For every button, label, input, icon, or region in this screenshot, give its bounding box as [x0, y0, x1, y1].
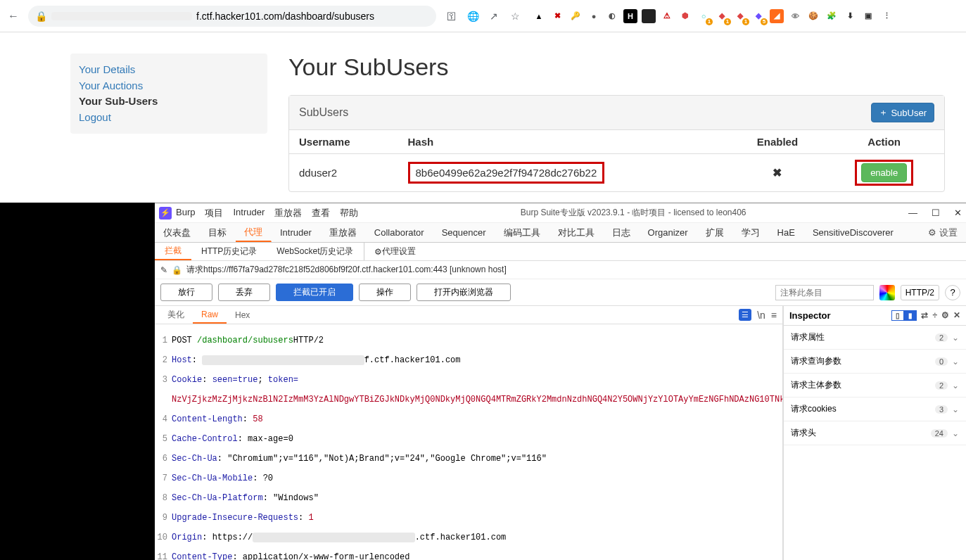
subtab-httphistory[interactable]: HTTP历史记录 — [191, 243, 267, 260]
hamburger-icon[interactable]: ≡ — [771, 310, 777, 321]
tab-sequencer[interactable]: Sequencer — [433, 223, 495, 242]
sidebar: Your Details Your Auctions Your Sub-User… — [70, 53, 267, 134]
gear-icon: ⚙ — [374, 247, 382, 257]
sidebar-your-auctions[interactable]: Your Auctions — [79, 78, 259, 94]
menu-burp[interactable]: Burp — [176, 207, 195, 219]
maximize-button[interactable]: ☐ — [932, 208, 940, 218]
menu-help[interactable]: 帮助 — [340, 207, 358, 219]
burp-logo-icon: ⚡ — [159, 207, 172, 219]
ext-icon[interactable]: ⬢ — [678, 9, 692, 23]
sidebar-your-details[interactable]: Your Details — [79, 62, 259, 78]
gear-icon[interactable]: ⚙ — [941, 310, 949, 321]
menu-intruder[interactable]: Intruder — [233, 207, 265, 219]
editor-tab-raw[interactable]: Raw — [193, 306, 227, 324]
ext-icon[interactable]: ◆1 — [715, 9, 729, 23]
tab-comparer[interactable]: 对比工具 — [549, 223, 604, 242]
menu-project[interactable]: 项目 — [205, 207, 223, 219]
sidebar-logout[interactable]: Logout — [79, 110, 259, 126]
editor-tab-hex[interactable]: Hex — [227, 306, 258, 324]
menu-icon[interactable]: ⋮ — [879, 9, 894, 23]
inspector-row-label: 请求cookies — [791, 403, 837, 415]
tab-dashboard[interactable]: 仪表盘 — [155, 223, 200, 242]
tab-sensitivediscoverer[interactable]: SensitiveDiscoverer — [804, 223, 903, 242]
close-icon[interactable]: ✕ — [953, 310, 960, 321]
inspector-request-attrs[interactable]: 请求属性 2⌄ — [784, 326, 966, 350]
ext-icon[interactable]: 🔑 — [568, 9, 583, 23]
enable-button[interactable]: enable — [861, 163, 907, 182]
inspector-layout-toggle[interactable]: ▯▮ — [891, 310, 917, 321]
inspector-row-count: 24 — [931, 429, 948, 438]
col-action: Action — [824, 130, 944, 154]
tab-proxy[interactable]: 代理 — [236, 223, 272, 242]
open-browser-button[interactable]: 打开内嵌浏览器 — [417, 284, 511, 301]
inspector-cookies[interactable]: 请求cookies 3⌄ — [784, 397, 966, 421]
chevron-down-icon: ⌄ — [952, 333, 959, 343]
intercept-toggle-button[interactable]: 拦截已开启 — [276, 284, 353, 301]
burp-settings-button[interactable]: ⚙设置 — [920, 223, 966, 242]
editor-tab-pretty[interactable]: 美化 — [159, 306, 193, 324]
inspector-headers[interactable]: 请求头 24⌄ — [784, 421, 966, 445]
ext-icon[interactable]: ◐ — [605, 9, 619, 23]
menu-view[interactable]: 查看 — [312, 207, 330, 219]
chevron-down-icon: ⌄ — [952, 428, 959, 438]
ext-icon[interactable] — [642, 9, 656, 23]
add-subuser-button[interactable]: ＋ SubUser — [871, 103, 934, 122]
comment-input[interactable] — [775, 285, 874, 300]
ext-icon[interactable]: ⚠ — [660, 9, 674, 23]
action-button[interactable]: 操作 — [359, 284, 411, 301]
bookmark-icon[interactable]: ☆ — [508, 9, 522, 23]
inspector-body-params[interactable]: 请求主体参数 2⌄ — [784, 374, 966, 397]
key-icon[interactable]: ⚿ — [445, 9, 459, 23]
proxy-settings-button[interactable]: ⚙ 代理设置 — [364, 243, 426, 260]
share-icon[interactable]: ↗ — [487, 9, 501, 23]
http-version-label[interactable]: HTTP/2 — [901, 285, 939, 300]
url-bar[interactable]: 🔒 f.ctf.hacker101.com/dashboard/subusers — [28, 6, 436, 27]
ext-icon[interactable]: ▲ — [532, 9, 546, 23]
ext-icon[interactable]: ○1 — [697, 9, 711, 23]
drop-button[interactable]: 丢弃 — [218, 284, 270, 301]
tab-extensions[interactable]: 扩展 — [697, 223, 733, 242]
subtab-intercept[interactable]: 拦截 — [155, 243, 191, 260]
pencil-icon[interactable]: ✎ — [160, 265, 167, 275]
extensions-icon[interactable]: 🧩 — [825, 9, 839, 23]
back-button[interactable]: ← — [6, 8, 21, 24]
ext-icon[interactable]: 🍪 — [806, 9, 820, 23]
tab-logger[interactable]: 日志 — [604, 223, 640, 242]
sidebar-your-subusers[interactable]: Your Sub-Users — [79, 94, 259, 110]
ext-icon[interactable]: 👁 — [788, 9, 802, 23]
tab-organizer[interactable]: Organizer — [640, 223, 697, 242]
editor-action-icon[interactable]: ☰ — [739, 309, 751, 321]
forward-button[interactable]: 放行 — [160, 284, 212, 301]
minimize-button[interactable]: — — [908, 208, 917, 218]
sidepanel-icon[interactable]: ▣ — [861, 9, 875, 23]
menu-repeater[interactable]: 重放器 — [274, 207, 302, 219]
ext-icon[interactable]: ● — [587, 9, 601, 23]
ext-icon[interactable]: ◢ — [770, 9, 784, 23]
tab-hae[interactable]: HaE — [769, 223, 804, 242]
request-editor: 美化 Raw Hex ☰ \n ≡ 1POST /dashboard/subus… — [155, 306, 783, 560]
download-icon[interactable]: ⬇ — [843, 9, 857, 23]
tab-collaborator[interactable]: Collaborator — [366, 223, 433, 242]
tab-target[interactable]: 目标 — [200, 223, 236, 242]
ext-icon[interactable]: ◆1 — [733, 9, 747, 23]
tab-repeater[interactable]: 重放器 — [321, 223, 366, 242]
extension-icons: ▲ ✖ 🔑 ● ◐ H ⚠ ⬢ ○1 ◆1 ◆1 ◆5 ◢ 👁 🍪 🧩 ⬇ ▣ … — [532, 9, 894, 23]
chevron-down-icon: ⌄ — [952, 381, 959, 390]
help-button[interactable]: ? — [945, 285, 960, 300]
close-button[interactable]: ✕ — [954, 208, 962, 218]
tab-decoder[interactable]: 编码工具 — [495, 223, 549, 242]
tab-intruder[interactable]: Intruder — [272, 223, 321, 242]
inspector-query-params[interactable]: 请求查询参数 0⌄ — [784, 350, 966, 374]
translate-icon[interactable]: 🌐 — [466, 9, 480, 23]
subtab-wshistory[interactable]: WebSocket历史记录 — [267, 243, 363, 260]
url-redacted — [51, 12, 192, 20]
inspector-icon[interactable]: ÷ — [932, 310, 937, 321]
ext-icon[interactable]: ◆5 — [751, 9, 765, 23]
raw-request-body[interactable]: 1POST /dashboard/subusersHTTP/2 2Host: x… — [155, 324, 782, 560]
ext-icon[interactable]: H — [623, 9, 637, 23]
newline-icon[interactable]: \n — [757, 310, 765, 321]
tab-learn[interactable]: 学习 — [733, 223, 769, 242]
inspector-icon[interactable]: ⇄ — [921, 310, 928, 321]
highlight-color-button[interactable] — [879, 285, 895, 300]
ext-icon[interactable]: ✖ — [550, 9, 564, 23]
